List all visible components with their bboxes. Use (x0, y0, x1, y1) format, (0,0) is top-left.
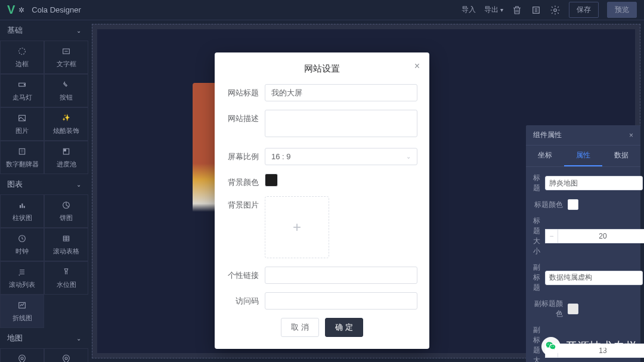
prop-subtitle-label: 副标题 (533, 262, 545, 293)
prop-title-size-label: 标题大小 (533, 216, 545, 256)
prop-subtitle-color-picker[interactable] (568, 304, 578, 314)
prop-title-color-label: 标题颜色 (533, 200, 568, 210)
prop-title-label: 标题 (533, 173, 545, 193)
access-code-input[interactable] (265, 292, 417, 310)
prop-subtitle-color-label: 副标题颜色 (533, 299, 568, 319)
chevron-down-icon: ⌄ (406, 153, 411, 160)
bg-image-upload[interactable]: + (265, 196, 329, 258)
access-code-label: 访问码 (227, 292, 265, 307)
bg-color-picker[interactable] (265, 174, 278, 187)
props-panel-title: 组件属性 (533, 130, 562, 140)
tab-data[interactable]: 数据 (602, 146, 640, 166)
close-icon[interactable]: × (629, 131, 633, 140)
site-title-input[interactable] (265, 84, 417, 101)
confirm-button[interactable]: 确 定 (325, 318, 363, 337)
prop-title-color-picker[interactable] (568, 199, 578, 210)
cancel-button[interactable]: 取 消 (281, 318, 319, 337)
prop-subtitle-size-label: 副标题大小 (533, 325, 545, 362)
properties-panel: 组件属性 × 坐标 属性 数据 标题 标题颜色 标题大小 − + 副标题 (526, 125, 640, 362)
decrement-button[interactable]: − (545, 229, 558, 243)
plus-icon: + (293, 219, 301, 236)
prop-title-size-input[interactable] (558, 229, 644, 243)
tab-coord[interactable]: 坐标 (526, 146, 564, 166)
site-desc-label: 网站描述 (227, 110, 265, 124)
bg-color-label: 背景颜色 (227, 174, 265, 188)
close-icon[interactable]: × (414, 61, 420, 72)
tab-attr[interactable]: 属性 (564, 146, 602, 166)
modal-title: 网站设置 × (227, 63, 417, 75)
prop-title-input[interactable] (545, 176, 643, 190)
prop-subtitle-size-input[interactable] (558, 344, 644, 358)
custom-link-label: 个性链接 (227, 267, 265, 281)
site-title-label: 网站标题 (227, 84, 265, 98)
screen-ratio-select[interactable]: 16 : 9 ⌄ (265, 148, 417, 165)
site-desc-input[interactable] (265, 110, 417, 137)
custom-link-input[interactable] (265, 267, 417, 284)
decrement-button[interactable]: − (545, 344, 558, 358)
site-settings-modal: 网站设置 × 网站标题 网站描述 屏幕比例 16 : 9 ⌄ 背景颜色 背景图片 (215, 52, 429, 349)
screen-ratio-label: 屏幕比例 (227, 148, 265, 162)
prop-subtitle-input[interactable] (545, 271, 643, 285)
bg-image-label: 背景图片 (227, 196, 265, 211)
